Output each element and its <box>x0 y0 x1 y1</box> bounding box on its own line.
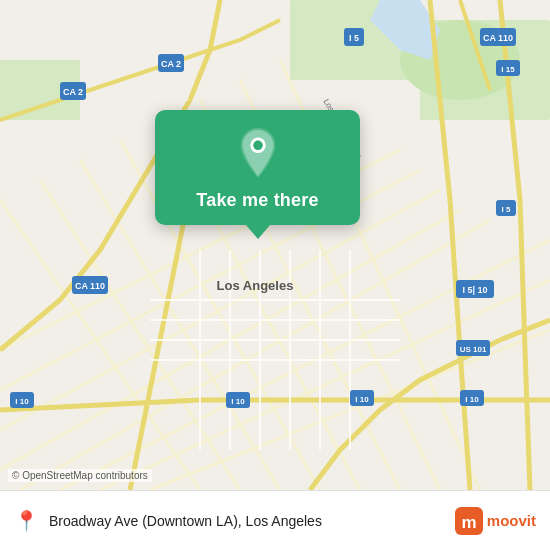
svg-text:CA 110: CA 110 <box>75 281 105 291</box>
map-pin-icon: 📍 <box>14 509 39 533</box>
svg-text:I 5: I 5 <box>349 33 359 43</box>
moovit-logo: m moovit <box>455 507 536 535</box>
svg-text:I 10: I 10 <box>355 395 369 404</box>
location-pin-icon <box>236 128 280 178</box>
svg-text:Los Angeles: Los Angeles <box>217 278 294 293</box>
svg-text:US 101: US 101 <box>460 345 487 354</box>
moovit-m-icon: m <box>455 507 483 535</box>
map-copyright: © OpenStreetMap contributors <box>8 469 152 482</box>
take-me-there-button[interactable]: Take me there <box>155 110 360 225</box>
svg-text:CA 110: CA 110 <box>483 33 513 43</box>
svg-text:I 10: I 10 <box>231 397 245 406</box>
moovit-text: moovit <box>487 512 536 529</box>
svg-text:I 5| 10: I 5| 10 <box>462 285 487 295</box>
svg-text:CA 2: CA 2 <box>161 59 181 69</box>
svg-text:I 10: I 10 <box>465 395 479 404</box>
svg-text:I 5: I 5 <box>502 205 511 214</box>
svg-text:CA 2: CA 2 <box>63 87 83 97</box>
svg-text:m: m <box>461 513 476 532</box>
svg-point-60 <box>253 141 263 151</box>
take-me-there-label: Take me there <box>196 190 318 211</box>
svg-text:I 15: I 15 <box>501 65 515 74</box>
svg-text:I 10: I 10 <box>15 397 29 406</box>
map-view: CA 2 CA 2 I 5 CA 110 CA 110 I 5| 10 <box>0 0 550 490</box>
location-label: Broadway Ave (Downtown LA), Los Angeles <box>49 513 445 529</box>
bottom-bar: 📍 Broadway Ave (Downtown LA), Los Angele… <box>0 490 550 550</box>
